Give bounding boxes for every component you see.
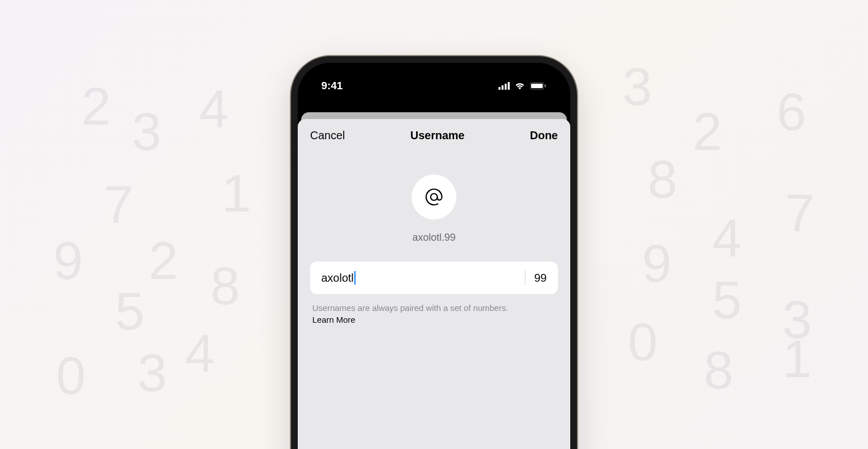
bg-number: 0 xyxy=(56,345,86,406)
content-area: axolotl.99 axolotl 99 Usernames are alwa… xyxy=(298,152,570,324)
svg-rect-3 xyxy=(508,82,510,90)
learn-more-link[interactable]: Learn More xyxy=(312,315,556,324)
text-cursor xyxy=(354,271,355,285)
done-button[interactable]: Done xyxy=(530,129,558,142)
phone-screen: 9:41 xyxy=(298,63,570,449)
status-time: 9:41 xyxy=(321,80,343,92)
bg-number: 9 xyxy=(642,233,672,294)
page-title: Username xyxy=(410,129,465,142)
bg-number: 8 xyxy=(704,340,733,401)
bg-number: 7 xyxy=(104,174,133,235)
svg-point-7 xyxy=(431,194,437,200)
bg-number: 3 xyxy=(137,342,167,404)
username-input-row[interactable]: axolotl 99 xyxy=(310,262,558,294)
cancel-button[interactable]: Cancel xyxy=(310,129,345,142)
svg-rect-0 xyxy=(498,87,501,90)
svg-rect-2 xyxy=(505,84,507,90)
wifi-icon xyxy=(514,82,525,90)
bg-number: 2 xyxy=(81,76,111,137)
bg-number: 3 xyxy=(622,56,652,117)
nav-bar: Cancel Username Done xyxy=(298,119,570,152)
status-icons xyxy=(498,82,547,90)
username-input[interactable]: axolotl xyxy=(321,272,354,285)
svg-rect-6 xyxy=(545,85,546,88)
bg-number: 4 xyxy=(712,208,742,269)
bg-number: 8 xyxy=(648,149,677,210)
input-divider xyxy=(525,271,525,285)
at-symbol-circle xyxy=(412,175,456,219)
battery-icon xyxy=(530,82,547,90)
bg-number: 4 xyxy=(199,79,229,140)
bg-number: 3 xyxy=(132,101,161,162)
username-input-wrapper[interactable]: axolotl xyxy=(321,271,516,285)
bg-number: 1 xyxy=(782,328,812,390)
username-suffix: 99 xyxy=(534,272,547,285)
phone-frame: 9:41 xyxy=(291,56,577,449)
bg-number: 5 xyxy=(115,281,145,342)
bg-number: 0 xyxy=(628,311,658,373)
bg-number: 4 xyxy=(185,323,215,384)
svg-rect-5 xyxy=(531,84,543,88)
bg-number: 2 xyxy=(692,101,722,162)
bg-number: 5 xyxy=(712,269,742,331)
dynamic-island xyxy=(395,73,473,94)
bg-number: 6 xyxy=(777,81,806,143)
svg-rect-1 xyxy=(502,85,504,90)
at-icon xyxy=(424,187,444,207)
cellular-icon xyxy=(498,82,510,90)
bg-number: 1 xyxy=(221,163,251,224)
username-display: axolotl.99 xyxy=(412,232,455,244)
modal-sheet: Cancel Username Done axolotl.99 xyxy=(298,119,570,449)
helper-text-block: Usernames are always paired with a set o… xyxy=(310,302,558,324)
helper-text: Usernames are always paired with a set o… xyxy=(312,302,556,314)
bg-number: 2 xyxy=(149,230,178,291)
bg-number: 9 xyxy=(53,230,83,291)
bg-number: 8 xyxy=(210,255,240,317)
bg-number: 7 xyxy=(785,182,815,244)
